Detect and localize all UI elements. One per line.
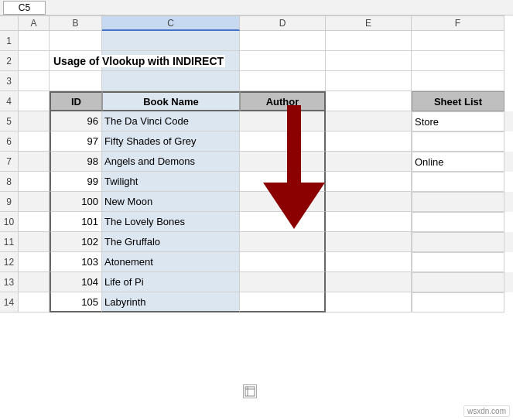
cell-id-9[interactable]: 100 [50, 192, 102, 212]
cell-f1[interactable] [412, 31, 504, 51]
cell-author-8[interactable] [240, 172, 326, 192]
cell-c1[interactable] [102, 31, 240, 51]
header-bookname[interactable]: Book Name [102, 91, 240, 111]
row-num: 3 [0, 71, 19, 91]
cell-sheetlist-10[interactable] [412, 212, 504, 232]
cell-a8[interactable] [19, 172, 50, 192]
col-header-a[interactable]: A [19, 15, 50, 31]
cell-b1[interactable] [50, 31, 102, 51]
cell-bookname-8[interactable]: Twilight [102, 172, 240, 192]
cell-sheetlist-8[interactable] [412, 172, 504, 192]
cell-a7[interactable] [19, 152, 50, 172]
cell-d2[interactable] [240, 51, 326, 71]
col-header-b[interactable]: B [50, 15, 102, 31]
cell-sheetlist-7[interactable]: Online [412, 152, 504, 172]
cell-e6[interactable] [326, 131, 412, 152]
cell-bookname-12[interactable]: Atonement [102, 252, 240, 272]
cell-author-5[interactable] [240, 111, 326, 131]
header-author[interactable]: Author [240, 91, 326, 111]
cell-id-7[interactable]: 98 [50, 152, 102, 172]
row-num: 14 [0, 292, 19, 312]
cell-sheetlist-13[interactable] [412, 272, 504, 292]
cell-d3[interactable] [240, 71, 326, 91]
cell-id-14[interactable]: 105 [50, 292, 102, 312]
cell-e11[interactable] [326, 232, 412, 252]
cell-a4[interactable] [19, 91, 50, 111]
cell-e9[interactable] [326, 192, 412, 212]
cell-e13[interactable] [326, 272, 412, 292]
col-header-c[interactable]: C [102, 15, 240, 31]
cell-id-13[interactable]: 104 [50, 272, 102, 292]
cell-a5[interactable] [19, 111, 50, 131]
cell-d1[interactable] [240, 31, 326, 51]
cell-id-8[interactable]: 99 [50, 172, 102, 192]
cell-a10[interactable] [19, 212, 50, 232]
cell-bookname-9[interactable]: New Moon [102, 192, 240, 212]
cell-e12[interactable] [326, 252, 412, 272]
cell-e3[interactable] [326, 71, 412, 91]
sheet-list-header[interactable]: Sheet List [412, 91, 504, 111]
cell-sheetlist-14[interactable] [412, 292, 504, 312]
cell-author-14[interactable] [240, 292, 326, 312]
cell-bookname-7[interactable]: Angels and Demons [102, 152, 240, 172]
row-num: 1 [0, 31, 19, 51]
cell-id-12[interactable]: 103 [50, 252, 102, 272]
cell-author-11[interactable] [240, 232, 326, 252]
cell-a2[interactable] [19, 51, 50, 71]
cell-a9[interactable] [19, 192, 50, 212]
cell-c3[interactable] [102, 71, 240, 91]
cell-author-6[interactable] [240, 131, 326, 152]
cell-a12[interactable] [19, 252, 50, 272]
cell-bookname-5[interactable]: The Da Vinci Code [102, 111, 240, 131]
cell-e10[interactable] [326, 212, 412, 232]
cell-e2[interactable] [326, 51, 412, 71]
cell-sheetlist-5[interactable]: Store [412, 111, 504, 131]
cell-bookname-10[interactable]: The Lovely Bones [102, 212, 240, 232]
cell-f3[interactable] [412, 71, 504, 91]
cell-id-11[interactable]: 102 [50, 232, 102, 252]
table-row: 4 ID Book Name Author Sheet List [0, 91, 513, 111]
col-header-f[interactable]: F [412, 15, 504, 31]
cell-bookname-13[interactable]: Life of Pi [102, 272, 240, 292]
col-header-d[interactable]: D [240, 15, 326, 31]
cell-f2[interactable] [412, 51, 504, 71]
cell-a3[interactable] [19, 71, 50, 91]
cell-bookname-11[interactable]: The Gruffalo [102, 232, 240, 252]
cell-id-6[interactable]: 97 [50, 131, 102, 152]
header-id[interactable]: ID [50, 91, 102, 111]
cell-b3[interactable] [50, 71, 102, 91]
name-box[interactable]: C5 [3, 1, 46, 15]
col-header-e[interactable]: E [326, 15, 412, 31]
cell-e5[interactable] [326, 111, 412, 131]
cell-sheetlist-9[interactable] [412, 192, 504, 212]
cell-author-10[interactable] [240, 212, 326, 232]
row-num: 6 [0, 131, 19, 152]
cell-bookname-14[interactable]: Labyrinth [102, 292, 240, 312]
cell-sheetlist-6[interactable] [412, 131, 504, 152]
cell-bookname-6[interactable]: Fifty Shades of Grey [102, 131, 240, 152]
cell-sheetlist-12[interactable] [412, 252, 504, 272]
cell-id-10[interactable]: 101 [50, 212, 102, 232]
quick-analysis-icon[interactable] [243, 384, 257, 398]
cell-b2[interactable]: Usage of Vlookup with INDIRECT [50, 51, 102, 71]
cell-a13[interactable] [19, 272, 50, 292]
formula-bar: C5 [0, 0, 513, 15]
cell-author-12[interactable] [240, 252, 326, 272]
cell-e14[interactable] [326, 292, 412, 312]
cell-author-13[interactable] [240, 272, 326, 292]
cell-a11[interactable] [19, 232, 50, 252]
cell-e4[interactable] [326, 91, 412, 111]
cell-a14[interactable] [19, 292, 50, 312]
cell-author-7[interactable] [240, 152, 326, 172]
cell-e1[interactable] [326, 31, 412, 51]
cell-e7[interactable] [326, 152, 412, 172]
cell-a1[interactable] [19, 31, 50, 51]
cell-author-9[interactable] [240, 192, 326, 212]
cell-e8[interactable] [326, 172, 412, 192]
row-num: 8 [0, 172, 19, 192]
cell-sheetlist-11[interactable] [412, 232, 504, 252]
table-row: 2 Usage of Vlookup with INDIRECT [0, 51, 513, 71]
title-text: Usage of Vlookup with INDIRECT [52, 55, 225, 67]
cell-a6[interactable] [19, 131, 50, 152]
cell-id-5[interactable]: 96 [50, 111, 102, 131]
